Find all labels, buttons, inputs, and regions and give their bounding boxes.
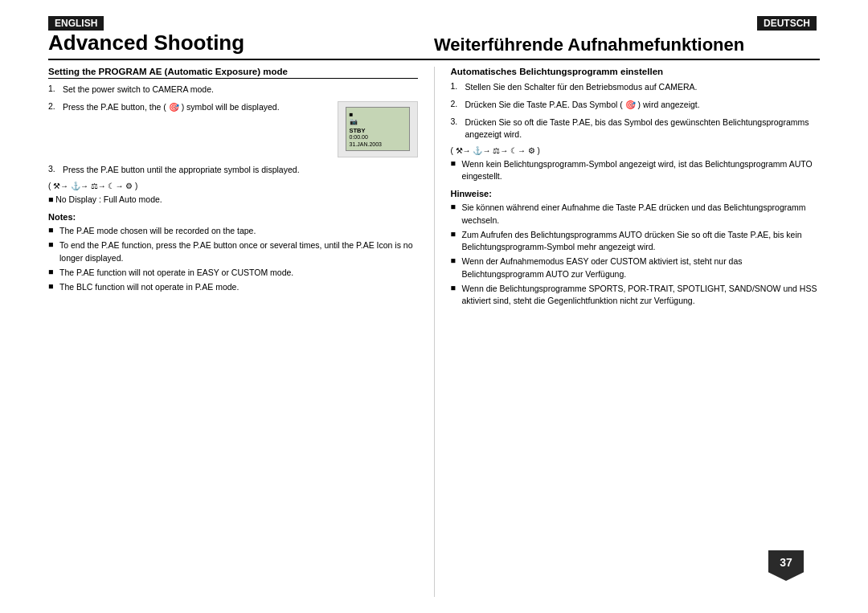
hinweis-3: ■ Wenn der Aufnahmemodus EASY oder CUSTO… — [451, 255, 821, 280]
badge-left: ENGLISH — [48, 16, 434, 31]
bullet-4: ■ — [48, 281, 59, 291]
step-2: 2. Press the P.AE button, the ( 🎯 ) symb… — [48, 101, 331, 114]
page-number-block: 37 — [768, 550, 804, 581]
note-4-text: The BLC function will not operate in P.A… — [59, 281, 239, 293]
notes-section: Notes: ■ The P.AE mode chosen will be re… — [48, 212, 418, 293]
de-step-1-num: 1. — [451, 81, 465, 91]
step-3-text: Press the P.AE button until the appropri… — [63, 164, 418, 177]
lcd-icon-row: ■ 📷 — [350, 111, 358, 125]
hinweis-2-text: Zum Aufrufen des Belichtungsprogramms AU… — [462, 229, 821, 253]
lcd-tape-icon: 📷 — [350, 118, 358, 125]
step-1: 1. Set the power switch to CAMERA mode. — [48, 84, 418, 96]
de-step-3: 3. Drücken Sie so oft die Taste P.AE, bi… — [451, 116, 821, 142]
bullet-1: ■ — [48, 225, 59, 235]
lang-badge-english: ENGLISH — [48, 16, 104, 31]
de-step-2-num: 2. — [451, 99, 465, 108]
step-1-num: 1. — [48, 84, 63, 93]
note-2-text: To end the P.AE function, press the P.AE… — [59, 239, 418, 264]
hinweis-1: ■ Sie können während einer Aufnahme die … — [451, 202, 821, 226]
note-2: ■ To end the P.AE function, press the P.… — [48, 239, 418, 264]
de-bullet-intro: ■ — [451, 158, 462, 168]
symbol-row-right: ( ⚒→ ⚓→ ⚖→ ☾→ ⚙ ) — [451, 146, 821, 155]
no-display-text: ■ No Display : Full Auto mode. — [48, 194, 418, 206]
badge-right: DEUTSCH — [434, 16, 820, 31]
note-3: ■ The P.AE function will not operate in … — [48, 267, 418, 279]
de-step-3-num: 3. — [451, 116, 465, 126]
note-3-text: The P.AE function will not operate in EA… — [59, 267, 293, 279]
de-step-1: 1. Stellen Sie den Schalter für den Betr… — [451, 81, 821, 94]
de-step-2-text: Drücken Sie die Taste P.AE. Das Symbol (… — [465, 99, 821, 112]
page-number: 37 — [780, 556, 792, 569]
hinweis-4-text: Wenn die Belichtungsprogramme SPORTS, PO… — [462, 283, 821, 307]
page-container: ENGLISH DEUTSCH Advanced Shooting Weiter… — [0, 0, 868, 613]
left-column: Setting the PROGRAM AE (Automatic Exposu… — [48, 67, 435, 597]
camera-image-block: 2. Press the P.AE button, the ( 🎯 ) symb… — [48, 101, 418, 157]
title-english: Advanced Shooting — [48, 31, 434, 55]
step-3-num: 3. — [48, 164, 63, 174]
camera-text-col: 2. Press the P.AE button, the ( 🎯 ) symb… — [48, 101, 331, 119]
lcd-cam-icon: ■ — [350, 111, 354, 118]
de-bullet-1: ■ — [451, 202, 462, 211]
lang-badge-deutsch: DEUTSCH — [757, 16, 817, 31]
bullet-2: ■ — [48, 239, 59, 249]
hinweise-heading: Hinweise: — [451, 189, 821, 198]
header-badges: ENGLISH DEUTSCH — [48, 16, 820, 31]
de-bullet-3: ■ — [451, 255, 462, 265]
lcd-stby: STBY — [350, 127, 366, 134]
de-step-1-text: Stellen Sie den Schalter für den Betrieb… — [465, 81, 821, 94]
page-number-badge: 37 — [768, 550, 804, 581]
right-section-heading: Automatisches Belichtungsprogramm einste… — [451, 67, 821, 76]
header-titles: Advanced Shooting Weiterführende Aufnahm… — [48, 31, 820, 60]
step-2-num: 2. — [48, 101, 63, 111]
symbol-line-left: ( ⚒→ ⚓→ ⚖→ ☾→ ⚙ ) — [48, 182, 137, 190]
camera-lcd-image: ■ 📷 STBY 0:00.00 31.JAN.2003 — [338, 101, 418, 157]
lcd-date: 31.JAN.2003 — [350, 141, 382, 147]
lcd-time: 0:00.00 — [350, 134, 368, 140]
step-3: 3. Press the P.AE button until the appro… — [48, 164, 418, 177]
de-note-intro-text: Wenn kein Belichtungsprogramm-Symbol ang… — [462, 158, 821, 182]
de-step-2: 2. Drücken Sie die Taste P.AE. Das Symbo… — [451, 99, 821, 112]
symbol-row-left: ( ⚒→ ⚓→ ⚖→ ☾→ ⚙ ) — [48, 182, 418, 190]
hinweis-2: ■ Zum Aufrufen des Belichtungsprogramms … — [451, 229, 821, 253]
de-step-3-text: Drücken Sie so oft die Taste P.AE, bis d… — [465, 116, 821, 142]
note-1: ■ The P.AE mode chosen will be recorded … — [48, 225, 418, 237]
hinweis-1-text: Sie können während einer Aufnahme die Ta… — [462, 202, 821, 226]
step-2-text: Press the P.AE button, the ( 🎯 ) symbol … — [63, 101, 331, 114]
step-1-text: Set the power switch to CAMERA mode. — [63, 84, 418, 96]
content-area: Setting the PROGRAM AE (Automatic Exposu… — [48, 67, 820, 597]
bullet-3: ■ — [48, 267, 59, 276]
de-note-intro: ■ Wenn kein Belichtungsprogramm-Symbol a… — [451, 158, 821, 182]
bullet-square-no-display: ■ — [48, 194, 53, 204]
symbol-line-right: ( ⚒→ ⚓→ ⚖→ ☾→ ⚙ ) — [451, 146, 540, 155]
hinweis-3-text: Wenn der Aufnahmemodus EASY oder CUSTOM … — [462, 255, 821, 280]
note-4: ■ The BLC function will not operate in P… — [48, 281, 418, 293]
lcd-screen: ■ 📷 STBY 0:00.00 31.JAN.2003 — [346, 107, 410, 151]
title-german: Weiterführende Aufnahmefunktionen — [434, 35, 820, 55]
de-bullet-2: ■ — [451, 229, 462, 239]
note-1-text: The P.AE mode chosen will be recorded on… — [59, 225, 256, 237]
left-section-heading: Setting the PROGRAM AE (Automatic Exposu… — [48, 67, 418, 79]
de-bullet-4: ■ — [451, 283, 462, 292]
notes-heading: Notes: — [48, 212, 418, 222]
right-column: Automatisches Belichtungsprogramm einste… — [435, 67, 821, 597]
hinweise-section: Hinweise: ■ Sie können während einer Auf… — [451, 189, 821, 307]
hinweis-4: ■ Wenn die Belichtungsprogramme SPORTS, … — [451, 283, 821, 307]
